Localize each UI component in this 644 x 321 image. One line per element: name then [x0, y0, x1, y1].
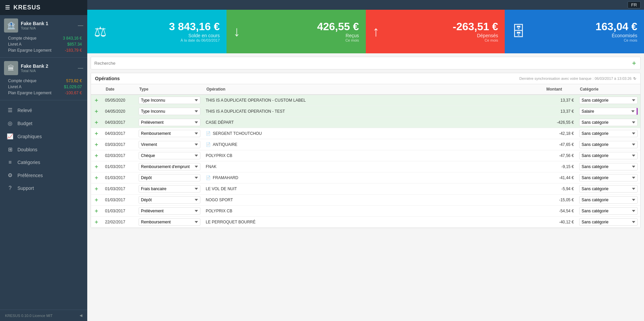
category-select[interactable]: Sans catégorie — [579, 163, 638, 170]
sidebar-item-categories[interactable]: ≡ Catégories — [0, 156, 87, 169]
operation-label: POLYPRIX CB — [206, 153, 232, 158]
row-category-cell: Sans catégorie — [577, 195, 640, 206]
row-add-button[interactable]: ＋ — [94, 119, 100, 126]
row-add-button[interactable]: ＋ — [94, 141, 100, 148]
type-select[interactable]: Remboursement — [139, 218, 200, 226]
row-add-button[interactable]: ＋ — [94, 174, 100, 181]
operations-table: Date Type Opération Montant Catégorie ＋ … — [91, 84, 640, 228]
row-operation-cell: THIS IS A DUPLICATE OPERATION - CUSTOM L… — [203, 95, 543, 106]
type-select[interactable]: Type Inconnu — [139, 97, 200, 104]
type-select[interactable]: Chèque — [139, 152, 200, 159]
row-date: 04/03/2017 — [102, 117, 136, 128]
operation-label: SERGENT TCHOUTCHOU — [213, 131, 262, 136]
doublons-icon: ⊞ — [7, 146, 13, 153]
account-item[interactable]: Plan Epargne Logement -183,79 € — [7, 47, 83, 53]
type-select[interactable]: Frais bancaire — [139, 185, 200, 193]
row-operation-cell: 📄 SERGENT TCHOUTCHOU — [203, 128, 543, 139]
sidebar-item-budget[interactable]: ◎ Budget — [0, 117, 87, 130]
account-item[interactable]: Compte chèque 3 843,16 € — [7, 35, 83, 41]
table-row: ＋ 05/05/2020 Type Inconnu THIS IS A DUPL… — [91, 95, 640, 106]
row-operation-cell: FNAK — [203, 161, 543, 172]
account-value: 3 843,16 € — [63, 36, 82, 41]
category-select[interactable]: Sans catégorie — [579, 119, 638, 126]
hamburger-icon[interactable]: ☰ — [5, 4, 10, 11]
account-item[interactable]: Compte chèque 573,62 € — [7, 78, 83, 84]
search-input[interactable] — [94, 61, 628, 66]
category-select[interactable]: Sans catégorie — [579, 185, 638, 193]
sidebar-item-graphiques[interactable]: 📈 Graphiques — [0, 130, 87, 143]
type-select[interactable]: Prélèvement — [139, 119, 200, 126]
bank-section-bank1: 🏦 Fake Bank 1 Total N/A — Compte chèque … — [0, 15, 87, 58]
bank-icon-bank1: 🏦 — [4, 18, 18, 33]
bank-minimize-bank2[interactable]: — — [78, 65, 83, 71]
row-add-button[interactable]: ＋ — [94, 197, 100, 204]
row-add-button[interactable]: ＋ — [94, 97, 100, 104]
operation-label: LE PERROQUET BOURRÉ — [206, 220, 255, 224]
operation-label: FRAMAHARD — [213, 175, 238, 180]
operation-label: LE VOL DE NUIT — [206, 186, 237, 191]
card-depenses: ↑ -263,51 € Dépensés Ce mois — [366, 10, 505, 53]
category-select[interactable]: Sans catégorie — [579, 174, 638, 181]
row-add-cell: ＋ — [91, 128, 102, 139]
row-add-button[interactable]: ＋ — [94, 152, 100, 159]
sidebar: ☰ KRESUS 🏦 Fake Bank 1 Total N/A — Compt… — [0, 0, 87, 321]
row-add-button[interactable]: ＋ — [94, 108, 100, 115]
category-select[interactable]: Sans catégorie — [579, 141, 638, 148]
type-select[interactable]: Remboursement — [139, 130, 200, 137]
account-item[interactable]: Livret A $1,029.07 — [7, 84, 83, 90]
account-value: -183,79 € — [65, 48, 82, 53]
category-select[interactable]: Sans catégorie — [579, 207, 638, 215]
row-operation-cell: POLYPRIX CB — [203, 206, 543, 217]
category-select[interactable]: Salaire — [579, 108, 638, 115]
category-select[interactable]: Sans catégorie — [579, 218, 638, 226]
col-header-type: Type — [136, 84, 203, 95]
account-value: 573,62 € — [66, 78, 82, 83]
toggle-sidebar-icon[interactable]: ◀ — [80, 313, 82, 318]
row-type-cell: Virement — [136, 139, 203, 150]
type-select[interactable]: Remboursement d'emprunt — [139, 163, 200, 170]
row-operation-cell: LE VOL DE NUIT — [203, 183, 543, 195]
operations-header: Opérations Dernière synchronisation avec… — [91, 73, 640, 84]
search-add-button[interactable]: ＋ — [631, 59, 637, 67]
row-date: 02/03/2017 — [102, 150, 136, 161]
row-amount: -41,44 € — [543, 172, 577, 183]
account-item[interactable]: Livret A $857.34 — [7, 41, 83, 47]
summary-cards: ⚖ 3 843,16 € Solde en cours À la date du… — [87, 10, 644, 53]
row-type-cell: Remboursement — [136, 217, 203, 228]
bank-info-bank2: 🏛 Fake Bank 2 Total N/A — [4, 61, 48, 75]
category-select[interactable]: Sans catégorie — [579, 196, 638, 204]
row-add-button[interactable]: ＋ — [94, 208, 100, 215]
category-select[interactable]: Sans catégorie — [579, 130, 638, 137]
sync-icon[interactable]: ↻ — [633, 76, 636, 81]
table-row: ＋ 01/03/2017 Remboursement d'emprunt FNA… — [91, 161, 640, 172]
type-select[interactable]: Type Inconnu — [139, 108, 200, 115]
sidebar-item-releve[interactable]: ☰ Relevé — [0, 104, 87, 117]
row-date: 22/02/2017 — [102, 217, 136, 228]
bank-minimize-bank1[interactable]: — — [78, 22, 83, 29]
type-select[interactable]: Dépôt — [139, 174, 200, 181]
sidebar-item-support[interactable]: ? Support — [0, 182, 87, 195]
row-amount: -54,54 € — [543, 206, 577, 217]
row-date: 05/05/2020 — [102, 95, 136, 106]
sidebar-item-preferences[interactable]: ⚙ Préférences — [0, 169, 87, 182]
account-item[interactable]: Plan Epargne Logement -100,67 € — [7, 90, 83, 96]
row-add-button[interactable]: ＋ — [94, 219, 100, 226]
bank-total-bank1: Total N/A — [21, 26, 48, 30]
type-select[interactable]: Dépôt — [139, 196, 200, 204]
category-select[interactable]: Sans catégorie — [579, 97, 638, 104]
row-add-button[interactable]: ＋ — [94, 185, 100, 193]
operation-label: ANTIQUAIRE — [213, 142, 237, 147]
account-name: Plan Epargne Logement — [8, 91, 51, 95]
category-select[interactable]: Sans catégorie — [579, 152, 638, 159]
row-add-button[interactable]: ＋ — [94, 130, 100, 137]
type-select[interactable]: Prélèvement — [139, 207, 200, 215]
content-area: ＋ Opérations Dernière synchronisation av… — [87, 53, 644, 321]
card-recus: ↓ 426,55 € Reçus Ce mois — [227, 10, 366, 53]
sidebar-item-doublons[interactable]: ⊞ Doublons — [0, 143, 87, 156]
note-icon: 📄 — [206, 142, 211, 147]
row-add-cell: ＋ — [91, 95, 102, 106]
row-add-button[interactable]: ＋ — [94, 163, 100, 170]
operation-label: THIS IS A DUPLICATE OPERATION - TEST — [206, 109, 285, 114]
language-button[interactable]: FR — [628, 1, 641, 8]
type-select[interactable]: Virement — [139, 141, 200, 148]
